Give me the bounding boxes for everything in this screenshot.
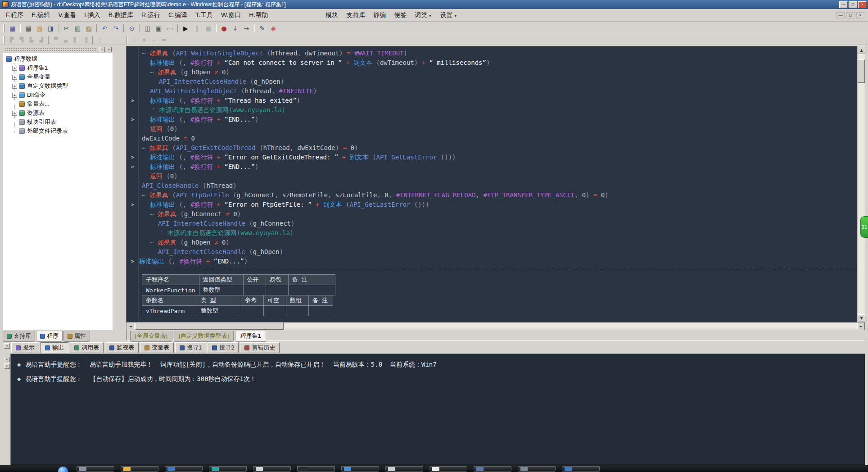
tree-item-resources-table[interactable]: +资源表 bbox=[3, 109, 112, 118]
code-line[interactable]: »标准输出 (, #换行符 + “Error on FtpGetFile: ” … bbox=[127, 200, 857, 209]
code-line[interactable]: ⋯ 如果真 (g_hConnect ≠ 0) bbox=[127, 209, 857, 219]
expander-icon[interactable]: + bbox=[12, 66, 17, 71]
align-left-icon[interactable]: ▛ bbox=[7, 36, 17, 44]
taskbar-button[interactable] bbox=[562, 466, 600, 472]
scroll-up-button[interactable]: ▲ bbox=[858, 46, 865, 54]
same-height-icon[interactable]: ▄ bbox=[61, 36, 71, 44]
tree-item-custom-data-types[interactable]: +自定义数据类型 bbox=[3, 82, 112, 91]
start-button[interactable] bbox=[58, 466, 68, 472]
variable-table-tab[interactable]: 变量表 bbox=[140, 342, 174, 353]
expander-icon[interactable]: + bbox=[12, 84, 17, 89]
table-cell[interactable] bbox=[241, 306, 264, 316]
minimize-button[interactable]: — bbox=[839, 1, 848, 8]
menu-item[interactable]: H.帮助 bbox=[245, 10, 272, 21]
code-line[interactable]: ' 本源码来自易语言资源网(www.eyuyan.la) bbox=[127, 228, 857, 238]
undo-icon[interactable]: ↶ bbox=[99, 23, 110, 33]
menu-item[interactable]: 支持库 bbox=[342, 10, 369, 21]
toolbar-grip[interactable] bbox=[3, 36, 5, 44]
taskbar-button[interactable] bbox=[341, 466, 379, 472]
taskbar-button[interactable] bbox=[518, 466, 556, 472]
taskbar-button[interactable] bbox=[474, 466, 511, 472]
tree-item-assembly1[interactable]: +程序集1 bbox=[3, 64, 112, 73]
vscroll-thumb[interactable] bbox=[858, 59, 865, 83]
table-cell[interactable] bbox=[309, 306, 333, 316]
table-cell[interactable] bbox=[264, 306, 286, 316]
search2-tab[interactable]: 搜寻2 bbox=[208, 342, 239, 353]
menu-item[interactable]: 设置 ▼ bbox=[436, 10, 461, 21]
taskbar-button[interactable] bbox=[297, 466, 335, 472]
scroll-down-button[interactable]: ▼ bbox=[858, 314, 865, 322]
watch-table-tab[interactable]: 监视表 bbox=[105, 342, 139, 353]
save-icon[interactable]: ◨ bbox=[45, 23, 56, 33]
code-line[interactable]: dwExitCode = 0 bbox=[127, 134, 857, 143]
table-cell[interactable]: WorkerFunction bbox=[142, 285, 199, 295]
mdi-close-button[interactable]: × bbox=[856, 12, 864, 18]
taskbar-button[interactable] bbox=[77, 466, 114, 472]
code-line[interactable]: »标准输出 (, #换行符 + “END...”) bbox=[127, 115, 857, 124]
code-line[interactable]: 返回 (0) bbox=[127, 124, 857, 134]
code-line[interactable]: »标准输出 (, #换行符 + “Error on GetExitCodeThr… bbox=[127, 153, 857, 162]
grid-icon[interactable]: ┼ bbox=[95, 36, 105, 44]
maximize-button[interactable]: □ bbox=[849, 1, 857, 8]
menu-item[interactable]: 模块 bbox=[321, 10, 342, 21]
close-button[interactable]: × bbox=[858, 1, 867, 8]
send-back-icon[interactable]: ▪ bbox=[139, 36, 149, 44]
arrange-window-icon[interactable]: ▭ bbox=[164, 23, 176, 33]
call-table-tab[interactable]: 调用表 bbox=[70, 342, 104, 353]
find-icon[interactable]: ⊙ bbox=[126, 23, 137, 33]
step-over-icon[interactable]: → bbox=[241, 23, 252, 33]
edit-icon[interactable]: ✎ bbox=[257, 23, 268, 33]
center-horizontal-icon[interactable]: ▌ bbox=[71, 36, 81, 44]
paste-icon[interactable]: ▨ bbox=[83, 23, 95, 33]
menu-item[interactable]: F.程序 bbox=[2, 10, 27, 21]
output-tab[interactable]: 输出 bbox=[41, 342, 68, 353]
editor-vertical-scrollbar[interactable]: ▲ ▼ bbox=[857, 46, 865, 322]
menu-item[interactable]: E.编辑 bbox=[27, 10, 54, 21]
lock-controls-icon[interactable]: ≡ bbox=[149, 36, 159, 44]
taskbar-button[interactable] bbox=[253, 466, 291, 472]
same-width-icon[interactable]: ▀ bbox=[51, 36, 61, 44]
vscroll-track[interactable] bbox=[858, 54, 865, 314]
tree-item-external-files-table[interactable]: 外部文件记录表 bbox=[3, 127, 112, 136]
code-line[interactable]: »标准输出 (, #换行符 + “Thread has exited”) bbox=[127, 96, 857, 105]
code-line[interactable]: »标准输出 (, #换行符 + “END...”) bbox=[127, 162, 857, 172]
code-line[interactable]: ⋯ 如果真 (g_hOpen ≠ 0) bbox=[127, 68, 857, 77]
code-line[interactable]: API_WaitForSingleObject (hThread, #INFIN… bbox=[127, 86, 857, 96]
space-vertical-icon[interactable]: │ bbox=[115, 36, 125, 44]
menu-item[interactable]: R.运行 bbox=[137, 10, 164, 21]
assembly1-tab[interactable]: 程序集1 bbox=[235, 331, 266, 342]
stop-icon[interactable]: ■ bbox=[203, 23, 214, 33]
toolbar-grip[interactable] bbox=[3, 24, 5, 32]
output-console[interactable]: ◆易语言助手提醒您： 易语言助手加载完毕！ 词库功能[关闭]，自动备份源码已开启… bbox=[10, 354, 865, 465]
code-line[interactable]: ' 本源码来自易语言资源网(www.eyuyan.la) bbox=[127, 105, 857, 115]
table-cell[interactable]: 整数型 bbox=[197, 306, 241, 316]
assistant-badge[interactable]: 21 bbox=[860, 216, 868, 238]
menu-item[interactable]: 便签 bbox=[390, 10, 411, 21]
code-line[interactable]: API_InternetCloseHandle (g_hConnect) bbox=[127, 219, 857, 228]
support-lib-tab[interactable]: 支持库 bbox=[3, 331, 35, 342]
program-tab[interactable]: 程序 bbox=[36, 331, 63, 342]
hscroll-thumb[interactable] bbox=[135, 322, 284, 330]
search1-tab[interactable]: 搜寻1 bbox=[175, 342, 206, 353]
menu-item[interactable]: W.窗口 bbox=[217, 10, 245, 21]
breakpoint-icon[interactable]: ● bbox=[218, 23, 230, 33]
mdi-restore-button[interactable]: □ bbox=[846, 12, 854, 18]
code-line[interactable]: ⋯ 如果真 (API_GetExitCodeThread (hThread, d… bbox=[127, 143, 857, 153]
code-line[interactable]: ⋯ 如果真 (API_FtpGetFile (g_hConnect, szRem… bbox=[127, 191, 857, 200]
property-tab[interactable]: 属性 bbox=[63, 331, 90, 342]
panel-float-button[interactable]: ▫ bbox=[99, 47, 105, 52]
expander-icon[interactable]: + bbox=[12, 75, 17, 80]
cascade-window-icon[interactable]: ▣ bbox=[153, 23, 164, 33]
align-bottom-icon[interactable]: ▟ bbox=[36, 36, 46, 44]
elang-assistant-icon[interactable]: ◈ bbox=[268, 23, 279, 33]
redo-icon[interactable]: ↷ bbox=[110, 23, 122, 33]
code-line[interactable]: API_InternetCloseHandle (g_hOpen) bbox=[127, 77, 857, 86]
menu-item[interactable]: T.工具 bbox=[191, 10, 217, 21]
code-line[interactable]: 标准输出 (, #换行符 + “Can not connect to serve… bbox=[127, 58, 857, 68]
taskbar-button[interactable] bbox=[165, 466, 203, 472]
menu-item[interactable]: 静编 bbox=[369, 10, 390, 21]
cut-icon[interactable]: ✂ bbox=[61, 23, 72, 33]
table-cell[interactable] bbox=[288, 285, 335, 295]
hscroll-track[interactable] bbox=[134, 322, 857, 330]
code-line[interactable]: API_InternetCloseHandle (g_hOpen) bbox=[127, 247, 857, 257]
